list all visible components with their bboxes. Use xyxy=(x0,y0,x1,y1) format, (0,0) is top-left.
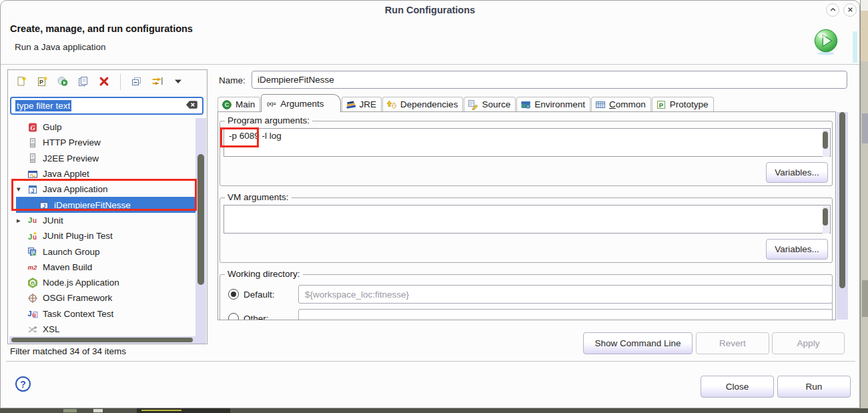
chevron-down-icon[interactable]: ▾ xyxy=(17,185,27,193)
tree-item-launch-group[interactable]: Launch Group xyxy=(9,244,196,259)
program-arguments-value: -p 6089 -l log xyxy=(229,131,282,141)
minimize-button[interactable] xyxy=(826,3,839,17)
tree-item-junit[interactable]: ▸JuJUnit xyxy=(9,213,196,228)
svg-text:P: P xyxy=(659,101,664,108)
panel-vertical-scrollbar-thumb[interactable] xyxy=(839,112,845,288)
tab-prototype[interactable]: PPrototype xyxy=(652,97,714,111)
collapse-all-button[interactable] xyxy=(130,75,143,89)
clear-filter-button[interactable] xyxy=(185,100,198,111)
banner-strip xyxy=(853,31,857,63)
show-command-line-button[interactable]: Show Command Line xyxy=(583,332,693,354)
nodejs-icon: n xyxy=(27,278,39,288)
svg-text:J: J xyxy=(31,187,34,194)
vm-arguments-textarea[interactable] xyxy=(224,205,831,234)
tab-common[interactable]: Common xyxy=(591,97,651,111)
name-field-value: iDempiereFitNesse xyxy=(258,75,334,85)
new-prototype-button[interactable]: P xyxy=(35,75,49,89)
tree-item-junit-plug-in-test[interactable]: JuJUnit Plug-in Test xyxy=(9,228,196,244)
run-button[interactable]: Run xyxy=(777,376,851,398)
tab-label: Arguments xyxy=(280,99,324,109)
new-prototype-icon: P xyxy=(36,75,48,89)
help-icon: ? xyxy=(20,379,26,390)
close-window-button[interactable] xyxy=(843,3,857,17)
task-context-icon: Ju xyxy=(27,308,39,319)
tab-label: Dependencies xyxy=(400,99,458,109)
svg-text:J: J xyxy=(28,310,32,318)
close-button[interactable]: Close xyxy=(701,376,774,398)
tree-item-osgi-framework[interactable]: OSGi Framework xyxy=(9,290,196,306)
textarea-scrollbar xyxy=(823,129,829,157)
tree-item-gulp[interactable]: GGulp xyxy=(9,119,196,135)
tab-jre[interactable]: JRE xyxy=(342,97,382,111)
chevron-up-icon xyxy=(829,5,837,15)
other-radio[interactable] xyxy=(228,313,239,320)
tree-item-label: OSGi Framework xyxy=(43,293,112,303)
tree-item-task-context-test[interactable]: JuTask Context Test xyxy=(9,306,196,322)
program-arguments-variables-button[interactable]: Variables... xyxy=(766,162,828,183)
tab-environment[interactable]: Environment xyxy=(516,97,590,111)
duplicate-config-icon xyxy=(77,75,89,89)
footer-divider xyxy=(6,361,855,362)
tab-label: Environment xyxy=(534,99,585,109)
maven-icon: m2 xyxy=(27,262,39,272)
default-radio[interactable] xyxy=(228,289,239,300)
export-configurations-button[interactable] xyxy=(56,75,69,89)
default-directory-field[interactable]: ${workspace_loc:fitnesse} xyxy=(298,285,833,304)
tree-item-idempierefitnesse[interactable]: JiDempiereFitNesse xyxy=(16,197,196,212)
tree-item-http-preview[interactable]: HTTP Preview xyxy=(9,135,196,150)
tab-dependencies[interactable]: Dependencies xyxy=(382,97,463,111)
server-icon xyxy=(27,137,39,148)
duplicate-configuration-button[interactable] xyxy=(77,75,90,89)
clear-text-icon xyxy=(185,100,198,111)
tree-item-maven-build[interactable]: m2Maven Build xyxy=(9,260,196,275)
background-window-bottom-sliver xyxy=(0,408,868,413)
new-configuration-button[interactable] xyxy=(15,75,28,89)
tree-item-label: JUnit xyxy=(43,216,63,226)
tree-item-label: J2EE Preview xyxy=(43,153,99,163)
tree-item-label: XSL xyxy=(43,324,60,334)
tree-item-xsl[interactable]: XSL xyxy=(9,322,196,337)
gulp-icon: G xyxy=(27,122,39,133)
tree-item-label: iDempiereFitNesse xyxy=(54,200,131,210)
filter-status: Filter matched 34 of 34 items xyxy=(10,346,126,356)
collapse-all-icon xyxy=(131,75,143,89)
vm-arguments-variables-button[interactable]: Variables... xyxy=(766,239,828,260)
tab-common-icon xyxy=(595,99,606,110)
run-configurations-dialog: Run Configurations Create, manage, and r… xyxy=(0,0,860,408)
chevron-right-icon[interactable]: ▸ xyxy=(17,216,27,225)
tree-item-label: Java Applet xyxy=(43,169,89,179)
tab-label: Prototype xyxy=(670,99,709,109)
view-menu-button[interactable] xyxy=(171,75,185,89)
tab-label: JRE xyxy=(360,99,377,109)
tab-arguments[interactable]: (x)=Arguments xyxy=(261,94,340,112)
textarea-scrollbar-thumb[interactable] xyxy=(823,131,828,149)
revert-button[interactable]: Revert xyxy=(696,332,769,354)
tree-item-j2ee-preview[interactable]: J2EE Preview xyxy=(9,151,196,166)
tree-item-java-applet[interactable]: Java Applet xyxy=(9,166,196,181)
tab-main[interactable]: CMain xyxy=(218,97,260,111)
tree-horizontal-scrollbar-thumb[interactable] xyxy=(11,338,193,342)
other-directory-field[interactable] xyxy=(298,309,833,320)
tab-source[interactable]: Source xyxy=(464,97,516,111)
program-arguments-textarea[interactable]: -p 6089 -l log xyxy=(224,128,831,157)
tree-item-label: Java Application xyxy=(43,184,108,194)
help-button[interactable]: ? xyxy=(15,376,31,392)
java-application-icon: J xyxy=(27,184,39,195)
launch-toolbar: P xyxy=(8,70,207,94)
apply-button[interactable]: Apply xyxy=(772,332,845,354)
filter-input[interactable]: type filter text xyxy=(10,97,203,115)
textarea-scrollbar-thumb[interactable] xyxy=(823,208,828,226)
delete-configuration-button[interactable] xyxy=(97,75,111,89)
name-field[interactable]: iDempiereFitNesse xyxy=(252,71,847,89)
tree-vertical-scrollbar-thumb[interactable] xyxy=(197,154,204,285)
banner-subtitle: Run a Java application xyxy=(15,42,106,52)
run-banner-icon xyxy=(812,27,840,55)
menu-caret-icon xyxy=(172,75,184,89)
tree-item-node-js-application[interactable]: nNode.js Application xyxy=(9,275,196,290)
junit-icon: Ju xyxy=(27,215,39,226)
filter-configurations-button[interactable] xyxy=(151,75,164,89)
working-directory-group: Working directory: Default: ${workspace_… xyxy=(220,274,833,320)
tree-item-java-application[interactable]: ▾JJava Application xyxy=(9,181,196,197)
filter-configs-icon xyxy=(151,75,163,89)
tab-arguments-icon: (x)= xyxy=(266,98,277,109)
